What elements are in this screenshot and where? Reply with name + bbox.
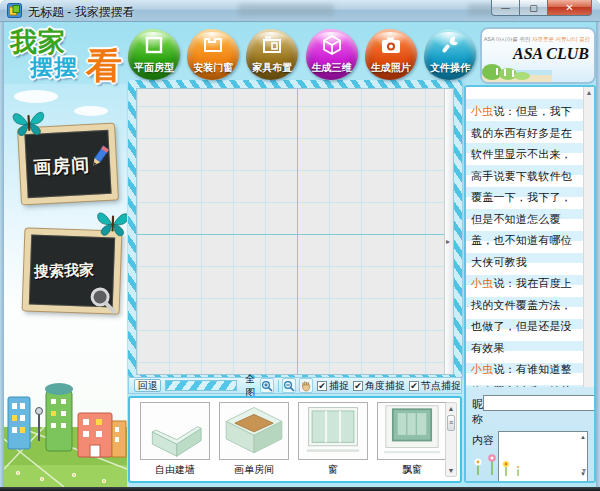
generate-3d-button[interactable]: 生成三维 bbox=[306, 29, 358, 80]
search-home-label: 搜索我家 bbox=[34, 261, 95, 282]
window-border-bottom bbox=[0, 487, 600, 491]
free-wall-thumbnail bbox=[140, 402, 210, 460]
furniture-button[interactable]: 家具布置 bbox=[246, 29, 298, 80]
search-home-button[interactable]: 搜索我家 bbox=[23, 228, 122, 313]
pan-button[interactable] bbox=[299, 378, 313, 393]
cloud-decoration bbox=[74, 106, 108, 116]
chat-scrollbar[interactable]: ▲ bbox=[583, 87, 594, 387]
chat-input-area: 昵称 内容 ▲ ▼ 发送 ▾ bbox=[466, 387, 594, 481]
drawing-canvas[interactable]: ▸ bbox=[136, 88, 454, 375]
nickname-label: 昵称 bbox=[472, 395, 483, 427]
maximize-button[interactable]: ▢ bbox=[520, 0, 547, 16]
close-button[interactable]: ✕ bbox=[547, 0, 592, 16]
pencil-icon bbox=[85, 144, 112, 171]
title-bar[interactable]: 无标题 - 我家摆摆看 — ▢ ✕ bbox=[0, 0, 600, 22]
canvas-axis-horizontal bbox=[137, 234, 453, 235]
scroll-up-arrow[interactable]: ▲ bbox=[446, 403, 456, 414]
message-sender: 小虫 bbox=[471, 277, 493, 289]
snap-checkbox[interactable]: ✔捕捉 bbox=[317, 379, 349, 393]
wrench-icon bbox=[439, 34, 461, 56]
canvas-splitter[interactable]: ▸ bbox=[444, 89, 453, 374]
splitter-arrow-icon: ▸ bbox=[446, 237, 450, 246]
cartoon-city-decoration bbox=[4, 369, 127, 487]
item-label: 画单房间 bbox=[219, 463, 289, 477]
flowers-decoration bbox=[470, 451, 530, 477]
camera-icon bbox=[379, 34, 403, 56]
client-area: 我家 摆摆 看 平面房型 安装门窗 家具布置 生成三维 bbox=[4, 22, 596, 487]
draw-room-label: 画房间 bbox=[33, 153, 91, 180]
zoom-in-button[interactable] bbox=[260, 378, 274, 393]
window-border-left bbox=[0, 22, 4, 487]
zoom-out-button[interactable] bbox=[282, 378, 296, 393]
butterfly-icon bbox=[95, 207, 127, 240]
floorplan-button[interactable]: 平面房型 bbox=[128, 29, 180, 80]
app-icon bbox=[7, 3, 22, 18]
window-thumbnail bbox=[298, 402, 368, 460]
cube-icon bbox=[321, 34, 343, 56]
item-label: 自由建墙 bbox=[140, 463, 210, 477]
generate-photo-button[interactable]: 生成照片 bbox=[365, 29, 417, 80]
logo-text-2: 摆摆 bbox=[30, 52, 78, 83]
item-label: 窗 bbox=[298, 463, 368, 477]
door-window-icon bbox=[201, 34, 225, 56]
scroll-up-arrow[interactable]: ▲ bbox=[584, 87, 594, 98]
textarea-up-arrow[interactable]: ▲ bbox=[580, 434, 586, 440]
node-snap-checkbox-box: ✔ bbox=[409, 381, 419, 391]
canvas-toolbar: 回退 全图 ✔捕捉 ✔角度捕捉 ✔节点捕捉 bbox=[128, 377, 462, 394]
window-title: 无标题 - 我家摆摆看 bbox=[28, 4, 135, 21]
toolbar-separator bbox=[278, 380, 279, 392]
scrollbar-thumb[interactable]: ≡ bbox=[447, 415, 455, 431]
message-sender: 小虫 bbox=[471, 105, 493, 117]
canvas-axis-vertical bbox=[297, 89, 298, 374]
hand-icon bbox=[300, 380, 312, 392]
chat-message: 小虫说：但是，我下载的东西有好多是在软件里显示不出来，高手说要下载软件包覆盖一下… bbox=[471, 101, 580, 273]
zoom-out-icon bbox=[283, 380, 295, 392]
item-free-wall[interactable]: 自由建墙 bbox=[140, 402, 210, 479]
chat-messages[interactable]: 小虫说：但是，我下载的东西有好多是在软件里显示不出来，高手说要下载软件包覆盖一下… bbox=[466, 87, 594, 387]
item-window[interactable]: 窗 bbox=[298, 402, 368, 479]
angle-snap-checkbox-box: ✔ bbox=[353, 381, 363, 391]
app-logo: 我家 摆摆 看 bbox=[8, 24, 126, 86]
snap-checkbox-box: ✔ bbox=[317, 381, 327, 391]
item-bay-window[interactable]: 飘窗 bbox=[377, 402, 447, 479]
draw-room-button[interactable]: 画房间 bbox=[18, 124, 118, 205]
banner-landscape bbox=[482, 60, 552, 82]
nickname-input[interactable] bbox=[483, 395, 596, 411]
furniture-icon bbox=[260, 34, 284, 56]
canvas-frame: ▸ bbox=[128, 80, 462, 377]
node-snap-checkbox[interactable]: ✔节点捕捉 bbox=[409, 379, 461, 393]
message-text: 但是，我下载的东西有好多是在软件里显示不出来，高手说要下载软件包覆盖一下，我下了… bbox=[471, 105, 572, 268]
window-border-right bbox=[596, 22, 600, 487]
chat-panel: 小虫说：但是，我下载的东西有好多是在软件里显示不出来，高手说要下载软件包覆盖一下… bbox=[464, 85, 596, 483]
item-single-room[interactable]: 画单房间 bbox=[219, 402, 289, 479]
angle-snap-checkbox[interactable]: ✔角度捕捉 bbox=[353, 379, 405, 393]
horizontal-scrollbar[interactable] bbox=[165, 380, 237, 391]
floorplan-icon bbox=[143, 34, 165, 56]
minimize-button[interactable]: — bbox=[491, 0, 520, 16]
titlebar-smudge bbox=[238, 4, 334, 16]
cloud-decoration bbox=[14, 90, 58, 103]
scroll-down-arrow[interactable]: ▼ bbox=[446, 465, 456, 476]
chat-message: 小虫说：有谁知道整体布置完以后，墙的厚度一起更改时怎么更改的？一段一段的俺会 bbox=[471, 359, 580, 387]
app-window: 无标题 - 我家摆摆看 — ▢ ✕ 我家 摆摆 看 平面房型 安装门窗 bbox=[0, 0, 600, 491]
file-operations-button[interactable]: 文件操作 bbox=[424, 29, 476, 80]
item-label: 飘窗 bbox=[377, 463, 447, 477]
bay-window-thumbnail bbox=[377, 402, 447, 460]
doors-windows-button[interactable]: 安装门窗 bbox=[187, 29, 239, 80]
butterfly-icon bbox=[11, 107, 47, 139]
search-icon bbox=[86, 285, 117, 316]
main-toolbar: 平面房型 安装门窗 家具布置 生成三维 生成照片 文件操作 bbox=[128, 29, 476, 83]
building-items-panel: 自由建墙 画单房间 bbox=[128, 396, 462, 483]
banner-tagline: ASA 아시아를 위한 자유로운 커뮤니티 공간 bbox=[482, 36, 590, 43]
zoom-in-icon bbox=[261, 380, 273, 392]
window-controls: — ▢ ✕ bbox=[491, 0, 592, 16]
left-sidebar: 画房间 搜索我家 bbox=[4, 84, 127, 487]
resize-grip-icon: ▾ bbox=[582, 466, 586, 475]
undo-button[interactable]: 回退 bbox=[134, 379, 161, 392]
items-scrollbar[interactable]: ▲ ≡ ▼ bbox=[445, 402, 457, 477]
message-sender: 小虫 bbox=[471, 363, 493, 375]
content-label: 内容 bbox=[472, 431, 498, 448]
logo-text-3: 看 bbox=[86, 42, 122, 91]
asa-club-banner[interactable]: ASA 아시아를 위한 자유로운 커뮤니티 공간 ASA CLUB bbox=[480, 27, 596, 84]
single-room-thumbnail bbox=[219, 402, 289, 460]
